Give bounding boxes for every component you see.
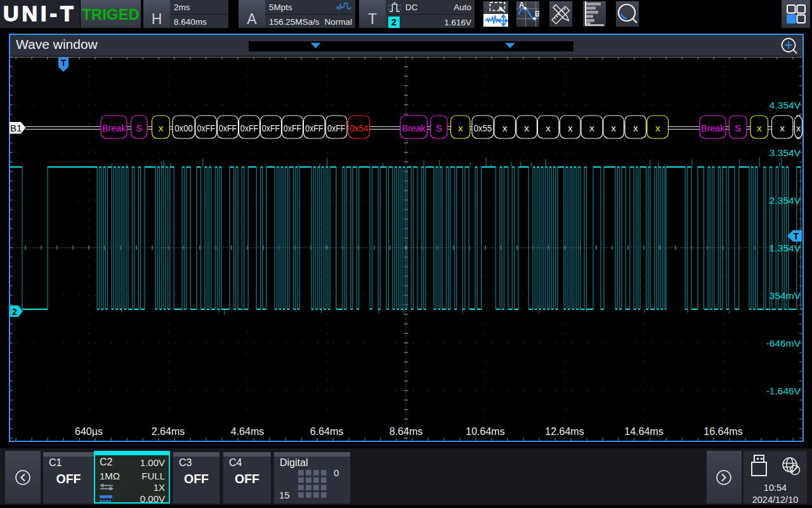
svg-text:2.64ms: 2.64ms: [152, 426, 185, 437]
svg-text:6.64ms: 6.64ms: [310, 426, 343, 437]
svg-text:0xFF: 0xFF: [284, 123, 302, 133]
svg-text:x: x: [611, 123, 616, 133]
svg-text:S: S: [735, 123, 741, 133]
svg-text:0: 0: [334, 467, 339, 478]
svg-text:0xFF: 0xFF: [262, 123, 280, 133]
svg-text:0xFF: 0xFF: [240, 123, 259, 133]
svg-text:640µs: 640µs: [75, 426, 103, 437]
svg-text:0x00: 0x00: [174, 123, 193, 133]
svg-text:x: x: [568, 123, 573, 133]
svg-text:T: T: [793, 231, 799, 241]
svg-text:10.64ms: 10.64ms: [466, 426, 504, 437]
svg-text:1.354V: 1.354V: [769, 243, 801, 253]
svg-text:15: 15: [279, 490, 290, 500]
svg-text:x: x: [633, 123, 638, 133]
svg-text:x: x: [159, 123, 164, 133]
svg-text:S: S: [436, 123, 442, 133]
svg-text:0xFF: 0xFF: [219, 123, 237, 133]
svg-text:4.64ms: 4.64ms: [231, 426, 264, 437]
svg-text:2.354V: 2.354V: [769, 195, 801, 206]
svg-text:354mV: 354mV: [769, 290, 801, 301]
svg-text:3.354V: 3.354V: [769, 147, 801, 158]
svg-text:x: x: [546, 123, 551, 133]
svg-text:16.64ms: 16.64ms: [704, 426, 742, 437]
svg-text:0xFF: 0xFF: [197, 123, 216, 133]
svg-text:x: x: [589, 123, 594, 133]
svg-text:2: 2: [12, 307, 17, 317]
svg-text:x: x: [757, 123, 762, 133]
svg-text:B: B: [535, 10, 539, 18]
svg-text:0xFF: 0xFF: [327, 123, 346, 133]
svg-text:x: x: [796, 123, 801, 133]
svg-text:A: A: [519, 1, 525, 10]
svg-text:S: S: [136, 123, 142, 133]
svg-text:-1.646V: -1.646V: [766, 385, 801, 396]
svg-text:-646mV: -646mV: [766, 338, 801, 349]
svg-text:0x55: 0x55: [474, 123, 492, 133]
svg-text:8.64ms: 8.64ms: [390, 426, 422, 437]
svg-text:Break: Break: [701, 123, 724, 133]
svg-text:T: T: [61, 58, 67, 68]
svg-text:x: x: [655, 123, 660, 133]
svg-text:x: x: [524, 123, 529, 133]
svg-text:14.64ms: 14.64ms: [624, 426, 663, 437]
svg-text:x: x: [780, 123, 785, 133]
svg-text:12.64ms: 12.64ms: [545, 426, 584, 437]
svg-text:0x54: 0x54: [350, 123, 369, 133]
svg-text:4.354V: 4.354V: [769, 100, 801, 110]
svg-text:0xFF: 0xFF: [305, 123, 324, 133]
svg-text:x: x: [502, 123, 508, 133]
svg-text:x: x: [458, 123, 463, 133]
svg-text:B1: B1: [10, 123, 22, 133]
svg-text:Break: Break: [402, 123, 426, 133]
svg-text:Break: Break: [102, 123, 126, 133]
